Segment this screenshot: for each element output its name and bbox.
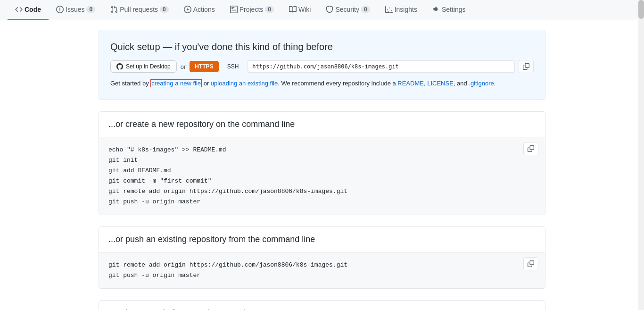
pr-badge: 0 [160, 6, 169, 13]
tab-insights[interactable]: Insights [378, 0, 425, 20]
push-existing-section: ...or push an existing repository from t… [99, 226, 545, 289]
clipboard-icon-push [528, 260, 534, 267]
issue-icon [56, 6, 64, 13]
import-section: ...or import code from another repositor… [99, 300, 545, 310]
security-icon [326, 6, 333, 13]
create-new-repo-header: ...or create a new repository on the com… [99, 112, 545, 137]
projects-icon [230, 6, 238, 13]
tab-settings-label: Settings [442, 6, 466, 13]
create-new-repo-title: ...or create a new repository on the com… [108, 119, 536, 129]
copy-new-repo-button[interactable] [523, 142, 538, 155]
tab-actions-label: Actions [193, 6, 215, 13]
code-icon [15, 6, 23, 13]
actions-icon [184, 6, 191, 13]
create-new-repo-code-block: echo "# k8s-images" >> README.md git ini… [99, 137, 545, 215]
tab-pr-label: Pull requests [120, 6, 158, 13]
tab-settings[interactable]: Settings [425, 0, 473, 20]
quick-setup-section: Quick setup — if you've done this kind o… [99, 30, 545, 100]
tab-code-label: Code [25, 6, 41, 13]
pr-icon [110, 6, 118, 13]
scrollbar-thumb[interactable] [638, 0, 644, 19]
tab-actions[interactable]: Actions [176, 0, 223, 20]
push-existing-code: git remote add origin https://github.com… [108, 260, 536, 281]
issues-badge: 0 [86, 6, 95, 13]
push-existing-header: ...or push an existing repository from t… [99, 227, 545, 252]
gitignore-link[interactable]: .gitignore [469, 80, 494, 87]
wiki-icon [289, 6, 297, 13]
tab-security[interactable]: Security 0 [318, 0, 377, 20]
push-existing-code-block: git remote add origin https://github.com… [99, 252, 545, 288]
scrollbar-track[interactable] [638, 0, 644, 310]
tab-issues-label: Issues [66, 6, 84, 13]
license-link[interactable]: LICENSE [427, 80, 454, 87]
clipboard-icon [523, 63, 529, 70]
push-existing-title: ...or push an existing repository from t… [108, 235, 536, 244]
tab-projects-label: Projects [239, 6, 264, 13]
copy-url-button[interactable] [519, 60, 534, 73]
clipboard-icon-new [528, 145, 534, 152]
settings-icon [432, 6, 440, 13]
tab-security-label: Security [335, 6, 359, 13]
tab-wiki[interactable]: Wiki [281, 0, 318, 20]
create-new-repo-section: ...or create a new repository on the com… [99, 111, 545, 216]
tab-issues[interactable]: Issues 0 [49, 0, 103, 20]
import-title: ...or import code from another repositor… [108, 308, 536, 310]
tab-code[interactable]: Code [8, 0, 49, 20]
setup-desktop-label: Set up in Desktop [126, 63, 171, 70]
tab-insights-label: Insights [395, 6, 417, 13]
quick-setup-title: Quick setup — if you've done this kind o… [110, 42, 534, 52]
projects-badge: 0 [265, 6, 274, 13]
helper-text: Get started by creating a new file or up… [110, 79, 534, 88]
https-button[interactable]: HTTPS [190, 61, 218, 72]
copy-push-button[interactable] [523, 257, 538, 270]
url-row: Set up in Desktop or HTTPS SSH [110, 60, 534, 73]
readme-link[interactable]: README [397, 80, 424, 87]
repo-nav: Code Issues 0 Pull requests 0 [0, 0, 644, 20]
create-new-repo-code: echo "# k8s-images" >> README.md git ini… [108, 145, 536, 208]
repo-url-input[interactable] [247, 60, 515, 73]
setup-desktop-button[interactable]: Set up in Desktop [110, 60, 177, 73]
insights-icon [385, 6, 393, 13]
creating-new-file-link[interactable]: creating a new file [150, 79, 202, 87]
or-text: or [181, 63, 186, 70]
uploading-existing-link[interactable]: uploading an existing file [211, 80, 278, 87]
tab-wiki-label: Wiki [298, 6, 311, 13]
tab-projects[interactable]: Projects 0 [223, 0, 281, 20]
tab-pull-requests[interactable]: Pull requests 0 [103, 0, 176, 20]
security-badge: 0 [361, 6, 370, 13]
main-content: Quick setup — if you've done this kind o… [91, 20, 553, 310]
ssh-button[interactable]: SSH [223, 61, 244, 72]
